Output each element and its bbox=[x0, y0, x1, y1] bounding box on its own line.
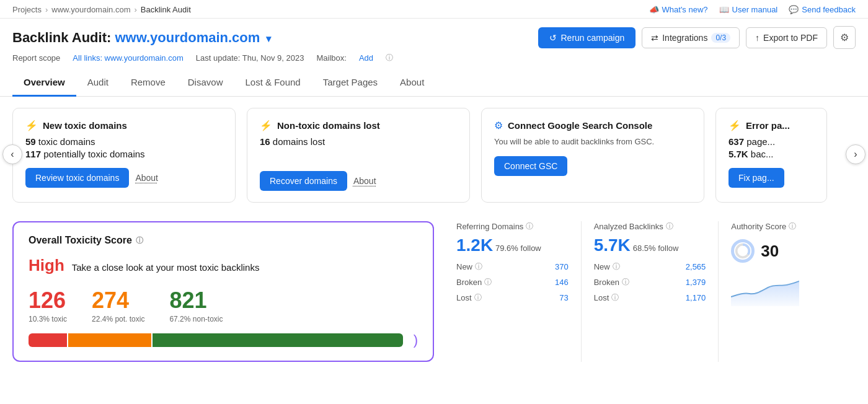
connect-gsc-button[interactable]: Connect GSC bbox=[494, 156, 567, 176]
authority-score-circle bbox=[731, 239, 755, 263]
lightning-icon-2: ⚡ bbox=[260, 120, 272, 131]
card-gsc: ⚙ Connect Google Search Console You will… bbox=[481, 108, 704, 203]
card-about-button-1[interactable]: About bbox=[135, 173, 158, 183]
tab-audit[interactable]: Audit bbox=[76, 69, 120, 97]
toxicity-header: Overall Toxicity Score ⓘ bbox=[29, 235, 418, 246]
ref-label-new: New ⓘ bbox=[456, 261, 482, 272]
breadcrumb-domain[interactable]: www.yourdomain.com bbox=[51, 5, 130, 14]
bl-row-broken: Broken ⓘ 1,379 bbox=[594, 277, 706, 288]
topbar: Projects › www.yourdomain.com › Backlink… bbox=[0, 0, 868, 19]
domain-link[interactable]: www.yourdomain.com bbox=[115, 30, 260, 45]
authority-score-value: 30 bbox=[761, 242, 779, 261]
user-manual-link[interactable]: 📖 User manual bbox=[719, 5, 778, 14]
analyzed-backlinks-value: 5.7K bbox=[594, 235, 631, 255]
card-title-3: Connect Google Search Console bbox=[508, 120, 652, 131]
refresh-icon: ↺ bbox=[549, 33, 557, 43]
tox-bar-orange bbox=[68, 333, 152, 347]
breadcrumb-sep1: › bbox=[45, 5, 48, 14]
main-content: Overall Toxicity Score ⓘ High Take a clo… bbox=[0, 211, 868, 372]
referring-domains-value: 1.2K bbox=[456, 235, 493, 255]
toxicity-score-box: Overall Toxicity Score ⓘ High Take a clo… bbox=[12, 221, 434, 362]
bl-label-new: New ⓘ bbox=[594, 261, 620, 272]
book-icon: 📖 bbox=[719, 5, 729, 14]
authority-score-info-icon[interactable]: ⓘ bbox=[789, 221, 796, 232]
nav-tabs: Overview Audit Remove Disavow Lost & Fou… bbox=[0, 69, 868, 97]
tox-num-red: 126 10.3% toxic bbox=[29, 288, 67, 323]
analyzed-backlinks-info-icon[interactable]: ⓘ bbox=[666, 221, 673, 232]
card-domains-lost: ⚡ Non-toxic domains lost 16 domains lost… bbox=[247, 108, 470, 203]
bl-val-broken[interactable]: 1,379 bbox=[686, 278, 706, 287]
recover-domains-button[interactable]: Recover domains bbox=[260, 171, 347, 191]
topbar-actions: 📣 What's new? 📖 User manual 💬 Send feedb… bbox=[649, 5, 856, 14]
tox-num-orange: 274 22.4% pot. toxic bbox=[92, 288, 144, 323]
rerun-campaign-button[interactable]: ↺ Rerun campaign bbox=[538, 27, 636, 48]
card-stat-4b: 5.7K bac... bbox=[728, 149, 814, 159]
card-about-button-2[interactable]: About bbox=[353, 176, 376, 186]
bl-val-lost[interactable]: 1,170 bbox=[686, 293, 706, 302]
tox-pct-red: 10.3% toxic bbox=[29, 315, 67, 323]
ref-val-broken[interactable]: 146 bbox=[555, 278, 569, 287]
tab-target-pages[interactable]: Target Pages bbox=[312, 69, 389, 97]
mailbox-info-icon[interactable]: ⓘ bbox=[386, 53, 393, 63]
analyzed-backlinks-title: Analyzed Backlinks ⓘ bbox=[594, 221, 706, 232]
ref-broken-info-icon[interactable]: ⓘ bbox=[484, 277, 492, 288]
fix-pages-button[interactable]: Fix pag... bbox=[728, 168, 784, 188]
referring-domains-value-row: 1.2K 79.6% follow bbox=[456, 235, 569, 255]
export-pdf-button[interactable]: ↑ Export to PDF bbox=[746, 27, 827, 48]
settings-gear-button[interactable]: ⚙ bbox=[833, 26, 856, 49]
ref-new-info-icon[interactable]: ⓘ bbox=[475, 261, 482, 272]
card-title-row-4: ⚡ Error pa... bbox=[728, 120, 814, 131]
tox-num-green: 821 67.2% non-toxic bbox=[169, 288, 223, 323]
breadcrumb-projects[interactable]: Projects bbox=[12, 5, 42, 14]
card-stat-2b-spacer bbox=[260, 149, 457, 162]
bl-lost-info-icon[interactable]: ⓘ bbox=[611, 292, 619, 303]
referring-domains-rows: New ⓘ 370 Broken ⓘ 146 Lost ⓘ 73 bbox=[456, 261, 569, 303]
integrations-badge: 0/3 bbox=[711, 33, 730, 43]
toxicity-info-icon[interactable]: ⓘ bbox=[136, 235, 143, 246]
referring-domains-label: Referring Domains bbox=[456, 222, 523, 231]
ref-lost-info-icon[interactable]: ⓘ bbox=[474, 292, 482, 303]
chat-icon: 💬 bbox=[789, 5, 799, 14]
tab-about[interactable]: About bbox=[389, 69, 435, 97]
all-links-link[interactable]: All links: www.yourdomain.com bbox=[73, 53, 183, 63]
ref-val-lost[interactable]: 73 bbox=[559, 293, 568, 302]
mailbox-label: Mailbox: bbox=[316, 53, 346, 63]
review-toxic-domains-button[interactable]: Review toxic domains bbox=[25, 168, 129, 188]
referring-domains-col: Referring Domains ⓘ 1.2K 79.6% follow Ne… bbox=[444, 221, 582, 362]
whats-new-link[interactable]: 📣 What's new? bbox=[649, 5, 708, 14]
bl-val-new[interactable]: 2,565 bbox=[686, 262, 706, 271]
card-title-row-3: ⚙ Connect Google Search Console bbox=[494, 120, 691, 131]
card-desc-3: You will be able to audit backlinks from… bbox=[494, 136, 691, 147]
bl-label-lost: Lost ⓘ bbox=[594, 292, 619, 303]
cards-next-button[interactable]: › bbox=[846, 144, 866, 164]
tab-disavow[interactable]: Disavow bbox=[177, 69, 234, 97]
export-label: Export to PDF bbox=[763, 33, 818, 43]
bl-new-info-icon[interactable]: ⓘ bbox=[613, 261, 620, 272]
bl-broken-info-icon[interactable]: ⓘ bbox=[622, 277, 629, 288]
mailbox-add-link[interactable]: Add bbox=[359, 53, 373, 63]
dropdown-arrow-icon[interactable]: ▾ bbox=[266, 33, 271, 44]
tab-lost-found[interactable]: Lost & Found bbox=[234, 69, 311, 97]
gear-card-icon-3: ⚙ bbox=[494, 120, 503, 131]
alert-cards-row: ‹ ⚡ New toxic domains 59 toxic domains 1… bbox=[0, 97, 868, 211]
card-actions-3: Connect GSC bbox=[494, 156, 691, 176]
toxicity-label-row: High Take a close look at your most toxi… bbox=[29, 256, 418, 275]
card-actions-2: Recover domains About bbox=[260, 171, 457, 191]
cards-prev-button[interactable]: ‹ bbox=[2, 144, 22, 164]
tox-bar-end-bracket: ) bbox=[405, 332, 418, 348]
analyzed-backlinks-value-row: 5.7K 68.5% follow bbox=[594, 235, 706, 255]
tox-bar-red bbox=[29, 333, 67, 347]
ref-label-broken: Broken ⓘ bbox=[456, 277, 492, 288]
title-prefix: Backlink Audit: bbox=[12, 30, 111, 45]
ref-label-lost: Lost ⓘ bbox=[456, 292, 482, 303]
tab-overview[interactable]: Overview bbox=[12, 69, 76, 97]
ref-val-new[interactable]: 370 bbox=[555, 262, 569, 271]
tab-remove[interactable]: Remove bbox=[120, 69, 177, 97]
page-title: Backlink Audit: www.yourdomain.com ▾ bbox=[12, 30, 271, 46]
tox-val-green: 821 bbox=[169, 288, 223, 314]
card-actions-4: Fix pag... bbox=[728, 168, 814, 188]
send-feedback-link[interactable]: 💬 Send feedback bbox=[789, 5, 856, 14]
header-meta: Report scope All links: www.yourdomain.c… bbox=[12, 53, 856, 69]
referring-domains-info-icon[interactable]: ⓘ bbox=[526, 221, 533, 232]
integrations-button[interactable]: ⇄ Integrations 0/3 bbox=[642, 27, 740, 48]
